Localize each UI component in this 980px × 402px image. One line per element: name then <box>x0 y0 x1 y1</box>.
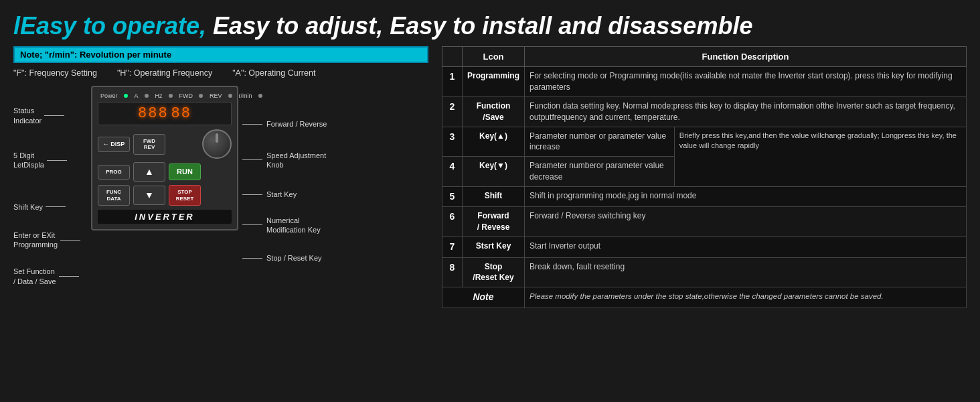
buttons-area: ← DISP FWDREV PROG ▲ RUN FUNCDATA <box>98 129 232 206</box>
row-desc-6: Forward / Reverse switching key <box>525 207 967 237</box>
rmin-indicator <box>258 94 262 98</box>
stop-reset-button[interactable]: STOPRESET <box>169 185 201 206</box>
row-icon-8: Stop/Reset Key <box>463 257 525 287</box>
btn-row-2: PROG ▲ RUN <box>98 162 232 182</box>
up-button[interactable]: ▲ <box>133 162 165 182</box>
headline: lEasy to operate, Easy to adjust, Easy t… <box>13 12 967 40</box>
table-row: 1 Programming For selecting mode or Prog… <box>442 67 967 97</box>
table-row: 5 Shift Shift in programming mode,jog in… <box>442 186 967 207</box>
top-indicators: Power A Hz FWD REV r/min <box>98 92 232 99</box>
fwd-rev-button[interactable]: FWDREV <box>133 134 165 155</box>
row-num-7: 7 <box>442 237 463 257</box>
headline-part2: Easy to adjust, Easy to install and disa… <box>206 12 752 40</box>
inverter-area: StatusIndicator 5 DigitLetDispla Shift K… <box>13 86 428 395</box>
inverter-body: Power A Hz FWD REV r/min 888 88 <box>91 86 238 230</box>
speed-knob[interactable] <box>202 129 232 159</box>
label-numerical-mod: NumericalModification Key <box>242 216 329 235</box>
digit-display-main: 888 <box>138 105 169 122</box>
labels-left: StatusIndicator 5 DigitLetDispla Shift K… <box>13 86 87 299</box>
prog-button[interactable]: PROG <box>98 165 130 180</box>
left-panel: Note; "r/min": Revolution per minute "F"… <box>13 46 428 395</box>
main-container: lEasy to operate, Easy to adjust, Easy t… <box>0 0 980 402</box>
row-icon-3: Key(▲) <box>463 127 525 157</box>
labels-right: Forward / Reverse Speed AdjustmentKnob S… <box>242 86 329 277</box>
label-status-indicator: StatusIndicator <box>13 106 87 125</box>
label-start-key: Start Key <box>242 190 329 199</box>
power-indicator <box>124 94 128 98</box>
row-desc-4: Parameter numberor parameter value decre… <box>525 157 675 187</box>
row-icon-7: Stsrt Key <box>463 237 525 257</box>
label-speed-adj: Speed AdjustmentKnob <box>242 151 329 170</box>
note-label: Note <box>442 287 525 308</box>
row-desc-5: Shift in programming mode,jog in normal … <box>525 186 967 207</box>
digit-display-small: 88 <box>171 105 191 122</box>
disp-button[interactable]: ← DISP <box>98 137 130 152</box>
down-button[interactable]: ▼ <box>133 186 165 205</box>
table-row: 8 Stop/Reset Key Break down, fault reset… <box>442 257 967 287</box>
row-icon-4: Key(▼) <box>463 157 525 187</box>
content-row: Note; "r/min": Revolution per minute "F"… <box>13 46 967 395</box>
table-row: 2 Function/Save Function data setting ke… <box>442 96 967 127</box>
headline-part1: lEasy to operate, <box>13 12 206 40</box>
col-header-icon: Lcon <box>463 47 525 67</box>
rev-indicator <box>228 94 232 98</box>
col-header-num <box>442 47 463 67</box>
label-enter-exit: Enter or EXitProgramming <box>13 230 87 250</box>
label-5digit: 5 DigitLetDispla <box>13 151 87 170</box>
row-icon-2: Function/Save <box>463 96 525 127</box>
row-icon-6: Forward/ Revese <box>463 207 525 237</box>
row-icon-1: Programming <box>463 67 525 97</box>
fwd-indicator <box>199 94 203 98</box>
table-row: 3 Key(▲) Parameter number or parameter v… <box>442 127 967 157</box>
col-header-desc: Function Description <box>525 47 967 67</box>
note-box: Note; "r/min": Revolution per minute <box>13 46 428 63</box>
row-num-1: 1 <box>442 67 463 97</box>
table-row: 7 Stsrt Key Start Inverter output <box>442 237 967 257</box>
label-shift-key: Shift Key <box>13 202 87 212</box>
table-row: 6 Forward/ Revese Forward / Reverse swit… <box>442 207 967 237</box>
row-desc-7: Start Inverter output <box>525 237 967 257</box>
row-num-8: 8 <box>442 257 463 287</box>
label-set-function: Set Function/ Data / Save <box>13 267 87 286</box>
display-screen: 888 88 <box>98 102 232 125</box>
freq-h-label: "H": Operating Frequency <box>117 68 212 78</box>
row-num-3: 3 <box>442 127 463 157</box>
row-desc-3: Parameter number or parameter value incr… <box>525 127 675 157</box>
row-desc-1: For selecting mode or Programming mode(i… <box>525 67 967 97</box>
freq-f-label: "F": Frequency Setting <box>13 68 97 78</box>
freq-a-label: "A": Operating Current <box>232 68 315 78</box>
function-table: Lcon Function Description 1 Programming … <box>442 46 967 308</box>
label-forward-reverse: Forward / Reverse <box>242 119 329 129</box>
func-data-button[interactable]: FUNCDATA <box>98 185 130 206</box>
row-num-6: 6 <box>442 207 463 237</box>
freq-labels: "F": Frequency Setting "H": Operating Fr… <box>13 68 428 78</box>
note-text: Please modify the parameters under the s… <box>525 287 967 308</box>
a-indicator <box>145 94 149 98</box>
row-desc-8: Break down, fault resetting <box>525 257 967 287</box>
right-panel: Lcon Function Description 1 Programming … <box>442 46 967 395</box>
run-button[interactable]: RUN <box>169 163 201 180</box>
hz-indicator <box>169 94 173 98</box>
row-desc-2: Function data setting key. Normal mode:p… <box>525 96 967 127</box>
btn-row-3: FUNCDATA ▼ STOPRESET <box>98 185 232 206</box>
note-row: Note Please modify the parameters under … <box>442 287 967 308</box>
row-num-5: 5 <box>442 186 463 207</box>
label-stop-reset: Stop / Reset Key <box>242 253 329 263</box>
row-num-2: 2 <box>442 96 463 127</box>
row-desc-3-extra: Briefly press this key,and then the valu… <box>674 127 966 186</box>
inverter-label: INVERTER <box>98 210 232 224</box>
row-icon-5: Shift <box>463 186 525 207</box>
btn-row-1: ← DISP FWDREV <box>98 129 232 159</box>
row-num-4: 4 <box>442 157 463 187</box>
